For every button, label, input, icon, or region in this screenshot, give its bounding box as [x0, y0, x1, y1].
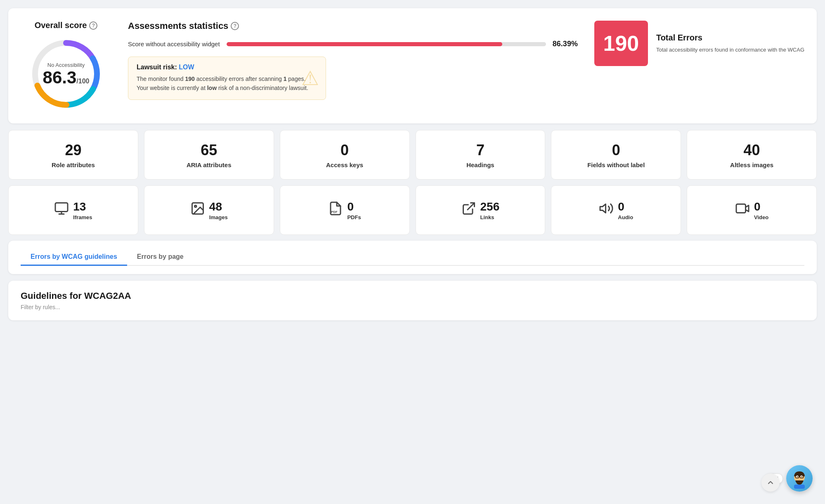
- stat-role-attributes-label: Role attributes: [52, 161, 95, 168]
- stat-access-keys-number: 0: [340, 142, 349, 159]
- stat-aria-attributes-number: 65: [201, 142, 217, 159]
- stat-images[interactable]: 48 Images: [144, 185, 274, 235]
- guidelines-sub: Filter by rules...: [21, 304, 804, 310]
- monitor-icon: [54, 201, 69, 219]
- lawsuit-risk-title: Lawsuit risk: LOW: [137, 64, 317, 71]
- guidelines-section: Guidelines for WCAG2AA Filter by rules..…: [8, 281, 817, 320]
- assessments-info-icon[interactable]: ?: [231, 22, 239, 30]
- stat-images-label: Images: [209, 214, 228, 220]
- stat-altless-images-number: 40: [744, 142, 760, 159]
- stat-role-attributes-number: 29: [65, 142, 81, 159]
- stat-aria-attributes[interactable]: 65 ARIA attributes: [144, 130, 274, 180]
- stat-audio-label: Audio: [618, 214, 633, 220]
- stat-video-number: 0: [754, 200, 768, 213]
- overall-score-section: Overall score ?: [21, 21, 111, 111]
- stat-fields-without-label[interactable]: 0 Fields without label: [551, 130, 681, 180]
- stat-aria-attributes-label: ARIA attributes: [187, 161, 232, 168]
- overall-score-title: Overall score ?: [35, 21, 98, 30]
- warning-icon: ⚠: [301, 66, 319, 90]
- stat-headings-number: 7: [476, 142, 485, 159]
- score-bar-track: [227, 42, 546, 46]
- lawsuit-title-text: Lawsuit risk:: [137, 64, 177, 71]
- top-section: Overall score ?: [21, 21, 804, 111]
- svg-text:PDF: PDF: [331, 210, 338, 214]
- stat-audio-number: 0: [618, 200, 633, 213]
- stat-iframes[interactable]: 13 Iframes: [8, 185, 138, 235]
- svg-rect-5: [55, 203, 68, 212]
- stat-video-label: Video: [754, 214, 768, 220]
- stat-video[interactable]: 0 Video: [687, 185, 817, 235]
- stat-access-keys-label: Access keys: [326, 161, 363, 168]
- stat-headings[interactable]: 7 Headings: [416, 130, 546, 180]
- overall-score-label: Overall score: [35, 21, 87, 30]
- link-icon: [461, 201, 476, 219]
- score-denom: /100: [76, 78, 89, 85]
- stat-fields-without-label-number: 0: [612, 142, 620, 159]
- error-count-number: 190: [603, 31, 639, 56]
- stat-audio[interactable]: 0 Audio: [551, 185, 681, 235]
- score-center-text: No Accessibility 86.3/100: [43, 62, 90, 86]
- score-number: 86.3: [43, 68, 77, 87]
- score-value: 86.3/100: [43, 69, 90, 86]
- svg-rect-13: [736, 204, 746, 213]
- stats-grid-row2: 13 Iframes 48 Images PDF 0 PDFs: [8, 185, 817, 235]
- pdf-icon: PDF: [328, 201, 343, 219]
- stat-pdfs[interactable]: PDF 0 PDFs: [280, 185, 410, 235]
- stat-links-label: Links: [480, 214, 500, 220]
- error-info: Total Errors Total accessibility errors …: [656, 33, 804, 54]
- assessments-title: Assessments statistics ?: [128, 21, 578, 31]
- tabs-card: Errors by WCAG guidelines Errors by page: [8, 241, 817, 274]
- stat-images-number: 48: [209, 200, 228, 213]
- score-bar-label: Score without accessibility widget: [128, 40, 220, 47]
- stat-pdfs-number: 0: [347, 200, 361, 213]
- svg-line-11: [468, 203, 475, 210]
- stats-grid-row1: 29 Role attributes 65 ARIA attributes 0 …: [8, 130, 817, 180]
- image-icon: [190, 201, 205, 219]
- stat-links-number: 256: [480, 200, 500, 213]
- video-icon: [735, 201, 750, 219]
- score-bar-row: Score without accessibility widget 86.39…: [128, 40, 578, 48]
- guidelines-title: Guidelines for WCAG2AA: [21, 291, 804, 301]
- svg-marker-12: [600, 204, 606, 213]
- overview-card: Overall score ?: [8, 8, 817, 123]
- stat-links-text: 256 Links: [480, 200, 500, 220]
- tabs-row: Errors by WCAG guidelines Errors by page: [21, 249, 804, 266]
- total-errors-description: Total accessibility errors found in conf…: [656, 46, 804, 54]
- total-errors-section: 190 Total Errors Total accessibility err…: [594, 21, 804, 66]
- tab-errors-by-wcag[interactable]: Errors by WCAG guidelines: [21, 249, 127, 266]
- stat-access-keys[interactable]: 0 Access keys: [280, 130, 410, 180]
- assessments-section: Assessments statistics ? Score without a…: [128, 21, 578, 100]
- stat-headings-label: Headings: [466, 161, 494, 168]
- assessments-title-text: Assessments statistics: [128, 21, 228, 31]
- stat-role-attributes[interactable]: 29 Role attributes: [8, 130, 138, 180]
- tab-errors-by-page[interactable]: Errors by page: [127, 249, 194, 266]
- total-errors-title: Total Errors: [656, 33, 804, 43]
- lawsuit-risk-level: LOW: [179, 64, 194, 71]
- stat-pdfs-label: PDFs: [347, 214, 361, 220]
- error-count-box: 190: [594, 21, 648, 66]
- score-bar-fill: [227, 42, 503, 46]
- stat-iframes-number: 13: [73, 200, 92, 213]
- lawsuit-box: Lawsuit risk: LOW The monitor found 190 …: [128, 57, 326, 100]
- svg-point-9: [194, 206, 196, 208]
- lawsuit-text: The monitor found 190 accessibility erro…: [137, 74, 317, 93]
- stat-video-text: 0 Video: [754, 200, 768, 220]
- stat-pdfs-text: 0 PDFs: [347, 200, 361, 220]
- svg-marker-14: [745, 206, 749, 212]
- stat-links[interactable]: 256 Links: [416, 185, 546, 235]
- score-sublabel: No Accessibility: [43, 62, 90, 68]
- audio-icon: [599, 201, 614, 219]
- stat-iframes-text: 13 Iframes: [73, 200, 92, 220]
- stat-fields-without-label-label: Fields without label: [587, 161, 645, 168]
- stat-images-text: 48 Images: [209, 200, 228, 220]
- stat-altless-images[interactable]: 40 Altless images: [687, 130, 817, 180]
- score-bar-value: 86.39%: [553, 40, 578, 48]
- stat-audio-text: 0 Audio: [618, 200, 633, 220]
- stat-altless-images-label: Altless images: [730, 161, 773, 168]
- overall-score-info-icon[interactable]: ?: [89, 21, 97, 30]
- score-circle: No Accessibility 86.3/100: [29, 37, 103, 111]
- stat-iframes-label: Iframes: [73, 214, 92, 220]
